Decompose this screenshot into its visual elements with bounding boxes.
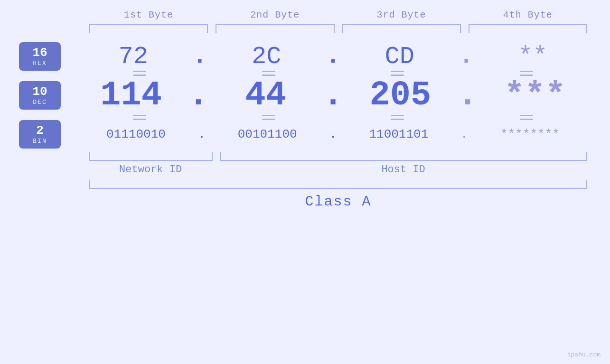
equals-row-2 (19, 115, 591, 120)
dec-b1: 114 (75, 76, 187, 115)
bin-badge: 2 BIN (19, 120, 61, 149)
bottom-section: Network ID Host ID (19, 152, 591, 176)
main-container: 1st Byte 2nd Byte 3rd Byte 4th Byte 16 H… (0, 0, 610, 364)
network-bracket (89, 152, 213, 161)
class-row: Class A (19, 180, 591, 210)
hex-dot-3: . (459, 44, 473, 69)
bin-dot-3: . (460, 128, 468, 140)
dec-b3: 205 (344, 76, 456, 115)
byte1-header: 1st Byte (85, 9, 212, 20)
dec-badge: 10 DEC (19, 81, 61, 110)
eq1-b2 (204, 71, 333, 76)
hex-dot-1: . (192, 44, 207, 69)
bin-b1: 01110010 (75, 127, 197, 141)
bin-dot-1: . (198, 128, 206, 140)
hex-b3: CD (341, 43, 458, 71)
eq1-b4 (462, 71, 591, 76)
hex-values: 72 . 2C . CD . ** (75, 43, 591, 71)
top-brackets (19, 24, 591, 33)
top-bracket-1 (89, 24, 208, 33)
bin-badge-label: BIN (33, 138, 47, 145)
watermark: ipshu.com (567, 351, 601, 358)
byte3-header: 3rd Byte (338, 9, 465, 20)
bottom-brackets (85, 152, 591, 161)
bin-b3: 11001101 (338, 127, 460, 141)
host-bracket (220, 152, 587, 161)
dec-row: 10 DEC 114 . 44 . 205 . *** (19, 76, 591, 115)
byte-headers-row: 1st Byte 2nd Byte 3rd Byte 4th Byte (19, 9, 591, 20)
dec-badge-label: DEC (33, 99, 47, 106)
bin-b4: ******** (469, 127, 591, 141)
hex-b4: ** (475, 43, 591, 71)
dec-values: 114 . 44 . 205 . *** (75, 76, 591, 115)
class-label: Class A (85, 194, 591, 210)
hex-dot-2: . (326, 44, 340, 69)
hex-b2: 2C (208, 43, 325, 71)
top-bracket-2 (216, 24, 334, 33)
eq1-b3 (333, 71, 462, 76)
eq2-b2 (204, 115, 333, 120)
hex-row: 16 HEX 72 . 2C . CD . ** (19, 42, 591, 71)
eq2-b3 (333, 115, 462, 120)
bin-row: 2 BIN 01110010 . 00101100 . 11001101 . *… (19, 120, 591, 149)
dec-dot-1: . (188, 78, 208, 112)
dec-b2: 44 (210, 76, 322, 115)
hex-badge-label: HEX (33, 60, 47, 67)
dec-dot-3: . (457, 78, 478, 112)
class-bracket (89, 180, 587, 189)
bin-dot-2: . (329, 128, 337, 140)
dec-badge-number: 10 (32, 85, 47, 99)
eq2-b4 (462, 115, 591, 120)
top-bracket-4 (469, 24, 587, 33)
equals-row-1 (19, 71, 591, 76)
eq1-b1 (75, 71, 204, 76)
top-bracket-3 (342, 24, 461, 33)
bottom-labels: Network ID Host ID (85, 164, 591, 176)
dec-dot-2: . (323, 78, 343, 112)
hex-badge: 16 HEX (19, 42, 61, 71)
host-id-label: Host ID (219, 164, 587, 176)
bin-values: 01110010 . 00101100 . 11001101 . *******… (75, 127, 591, 141)
byte4-header: 4th Byte (465, 9, 591, 20)
byte2-header: 2nd Byte (212, 9, 338, 20)
hex-badge-number: 16 (32, 46, 47, 60)
hex-b1: 72 (75, 43, 191, 71)
bin-b2: 00101100 (206, 127, 328, 141)
dec-b4: *** (479, 76, 591, 115)
bin-badge-number: 2 (36, 124, 44, 138)
eq2-b1 (75, 115, 204, 120)
network-id-label: Network ID (89, 164, 212, 176)
